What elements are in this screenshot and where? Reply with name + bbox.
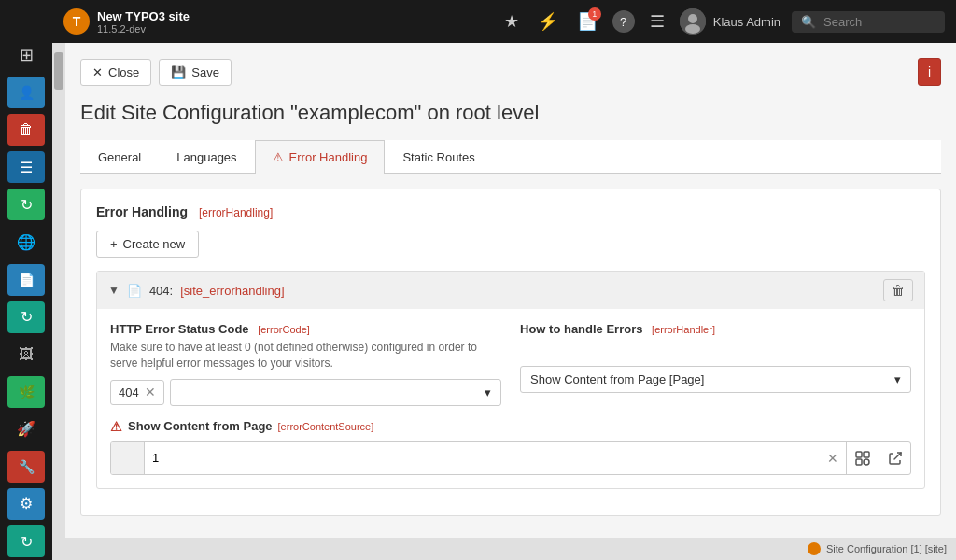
svg-point-1 — [688, 14, 697, 23]
how-to-handle-label: How to handle Errors [errorHandler] — [520, 322, 911, 336]
close-label: Close — [108, 65, 139, 79]
main-area: ✕ Close 💾 Save i Edit Site Configuration… — [52, 43, 956, 560]
form-row-main: HTTP Error Status Code [errorCode] Make … — [110, 322, 911, 406]
sidebar-icon-list[interactable]: ☰ — [7, 151, 45, 183]
how-to-handle-value: Show Content from Page [Page] — [530, 372, 704, 386]
sidebar-icon-page-blue[interactable]: 📄 — [7, 264, 45, 296]
search-input[interactable] — [823, 15, 935, 29]
chevron-down-icon-2: ▾ — [894, 372, 901, 386]
http-error-label: HTTP Error Status Code [errorCode] — [110, 322, 501, 336]
page-notification-icon[interactable]: 📄 1 — [573, 7, 601, 35]
error-icon: ⚠ — [273, 150, 284, 164]
tab-languages[interactable]: Languages — [159, 140, 254, 174]
sidebar-icon-gear[interactable]: ⚙ — [7, 488, 45, 520]
tab-static-routes[interactable]: Static Routes — [385, 140, 492, 174]
create-new-button[interactable]: + Create new — [96, 231, 199, 258]
tab-error-handling-label: Error Handling — [289, 150, 368, 164]
error-item: ▼ 📄 404: [site_errorhandling] 🗑 HTTP Err… — [96, 271, 925, 489]
show-content-section: ⚠ Show Content from Page [errorContentSo… — [110, 419, 911, 475]
notification-badge: 1 — [588, 7, 601, 21]
tabs-container: General Languages ⚠ Error Handling Stati… — [80, 140, 941, 174]
error-item-body: HTTP Error Status Code [errorCode] Make … — [97, 309, 924, 488]
bottom-bar: Site Configuration [1] [site] — [52, 538, 956, 560]
sidebar-icon-image[interactable]: 🖼 — [7, 339, 45, 371]
scrollbar[interactable] — [52, 43, 65, 560]
save-icon: 💾 — [171, 65, 186, 79]
open-link-icon[interactable] — [879, 442, 910, 474]
http-error-input-row: 404 ✕ ▾ — [110, 379, 501, 406]
sidebar: ⊞ 👤 🗑 ☰ ↻ 🌐 📄 ↻ 🖼 🌿 🚀 🔧 ⚙ ↻ — [0, 0, 52, 560]
how-to-handle-dropdown[interactable]: Show Content from Page [Page] ▾ — [520, 366, 911, 393]
svg-point-2 — [685, 24, 700, 34]
help-icon[interactable]: ? — [612, 10, 635, 33]
site-version: 11.5.2-dev — [97, 23, 190, 35]
section-title: Error Handling — [96, 204, 188, 219]
info-button[interactable]: i — [918, 58, 941, 86]
form-col-error-handler: How to handle Errors [errorHandler] Show… — [520, 322, 911, 406]
close-icon: ✕ — [92, 65, 103, 79]
clear-content-button[interactable]: ✕ — [820, 451, 846, 466]
bottom-bar-logo — [808, 542, 821, 555]
list-icon[interactable]: ☰ — [646, 7, 668, 35]
show-content-tag: [errorContentSource] — [278, 421, 374, 432]
clear-code-button[interactable]: ✕ — [145, 385, 156, 399]
form-col-error-code: HTTP Error Status Code [errorCode] Make … — [110, 322, 501, 406]
sidebar-icon-apps[interactable]: ⊞ — [7, 39, 45, 71]
collapse-button[interactable]: ▼ — [108, 284, 120, 297]
svg-rect-3 — [856, 452, 862, 457]
topbar: T New TYPO3 site 11.5.2-dev ★ ⚡ 📄 1 ? ☰ … — [52, 0, 956, 43]
save-label: Save — [191, 65, 219, 79]
delete-button[interactable]: 🗑 — [883, 279, 913, 301]
save-button[interactable]: 💾 Save — [159, 59, 232, 86]
sidebar-icon-trash[interactable]: 🗑 — [7, 114, 45, 146]
tab-general[interactable]: General — [80, 140, 159, 174]
avatar — [680, 8, 706, 35]
svg-point-6 — [864, 459, 869, 465]
plus-icon: + — [110, 237, 118, 251]
sidebar-icon-tree[interactable]: 🌿 — [7, 376, 45, 408]
sidebar-icon-refresh3[interactable]: ↻ — [7, 525, 45, 557]
error-code-tag: [site_errorhandling] — [180, 284, 284, 298]
search-icon: 🔍 — [801, 15, 816, 29]
show-content-input-row: ✕ — [110, 441, 911, 475]
svg-rect-5 — [856, 459, 862, 465]
section-tag: [errorHandling] — [199, 206, 273, 219]
error-code-tag-input: 404 ✕ — [110, 380, 164, 405]
file-icon: 📄 — [127, 284, 142, 298]
svg-rect-4 — [864, 452, 869, 457]
chevron-down-icon: ▾ — [485, 385, 491, 399]
error-code: 404: — [149, 284, 173, 298]
warning-icon: ⚠ — [110, 419, 122, 434]
form-card: Error Handling [errorHandling] + Create … — [80, 189, 941, 516]
show-content-input[interactable] — [145, 445, 820, 470]
error-code-dropdown[interactable]: ▾ — [170, 379, 501, 406]
star-icon[interactable]: ★ — [500, 7, 523, 35]
error-code-value: 404 — [119, 385, 139, 399]
how-to-handle-tag: [errorHandler] — [652, 324, 715, 335]
sidebar-icon-globe[interactable]: 🌐 — [7, 226, 45, 258]
typo3-logo-icon: T — [63, 8, 90, 35]
lightning-icon[interactable]: ⚡ — [534, 7, 562, 35]
username: Klaus Admin — [713, 15, 780, 29]
bottom-bar-text: Site Configuration [1] [site] — [826, 543, 947, 554]
sidebar-icon-user[interactable]: 👤 — [7, 77, 45, 108]
content-input-actions — [846, 442, 910, 474]
close-button[interactable]: ✕ Close — [80, 59, 151, 86]
section-label: Error Handling [errorHandling] — [96, 204, 925, 219]
create-new-label: Create new — [123, 237, 185, 251]
tab-error-handling[interactable]: ⚠ Error Handling — [255, 140, 386, 174]
user-menu[interactable]: Klaus Admin — [680, 8, 780, 35]
toolbar: ✕ Close 💾 Save i — [80, 58, 941, 86]
record-browser-icon[interactable] — [847, 442, 879, 474]
scroll-thumb[interactable] — [54, 52, 63, 90]
page-title: Edit Site Configuration "examplecom" on … — [80, 101, 941, 125]
http-error-desc: Make sure to have at least 0 (not define… — [110, 340, 501, 371]
sidebar-icon-refresh-cyan[interactable]: ↻ — [7, 301, 45, 333]
input-prefix — [111, 442, 145, 474]
sidebar-icon-refresh-green[interactable]: ↻ — [7, 189, 45, 220]
error-item-header: ▼ 📄 404: [site_errorhandling] 🗑 — [97, 272, 924, 309]
sidebar-icon-rocket[interactable]: 🚀 — [7, 413, 45, 445]
content-area: ✕ Close 💾 Save i Edit Site Configuration… — [65, 43, 956, 560]
search-box[interactable]: 🔍 — [792, 11, 945, 33]
sidebar-icon-tool[interactable]: 🔧 — [7, 451, 45, 483]
